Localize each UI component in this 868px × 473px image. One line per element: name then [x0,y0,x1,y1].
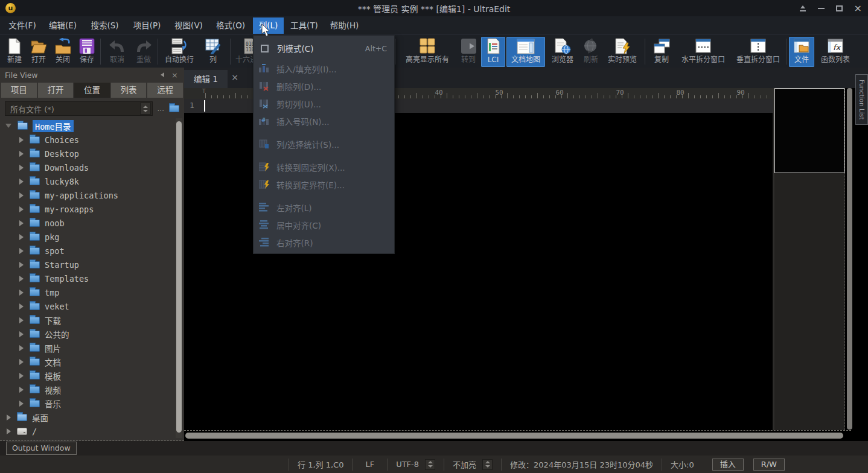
new-file-button[interactable]: 新建 [2,37,27,67]
tree-item[interactable]: my-roxapps [0,202,175,216]
sidebar-tab-ftp[interactable]: 远程 [147,83,183,98]
menu-item-align-left[interactable]: 左对齐(L) [254,198,394,216]
sidebar-tab-explorer[interactable]: 位置 [74,83,110,98]
close-file-button[interactable]: 关闭 [51,37,75,67]
filter-more-button[interactable]: ... [158,104,164,113]
tree-item[interactable]: 音乐 [0,396,175,410]
chevron-right-icon[interactable] [19,290,24,296]
tab-close-icon[interactable]: × [230,72,240,82]
refresh-button[interactable]: 刷新 [579,37,603,67]
menu-tools[interactable]: 工具(T) [287,17,322,34]
sidebar-tab-list[interactable]: 列表 [111,83,147,98]
document-map[interactable] [773,88,845,430]
menu-search[interactable]: 搜索(S) [89,17,121,34]
tree-item[interactable]: Desktop [0,147,175,160]
tree-item[interactable]: my-applications [0,188,175,202]
chevron-down-icon[interactable] [5,124,11,128]
panel-close-icon[interactable]: × [171,71,178,79]
tree-item-home[interactable]: Home目录 [0,119,175,133]
chevron-right-icon[interactable] [19,165,24,171]
chevron-right-icon[interactable] [19,151,24,157]
menu-item-convert-fixed-column[interactable]: 转换到固定列(X)... [254,158,394,176]
tree-item[interactable]: spot [0,244,175,258]
syntax-spinner[interactable] [482,459,493,470]
menu-item-align-center[interactable]: 居中对齐(C) [254,216,394,233]
menu-item-insert-fill-column[interactable]: 插入/填充列(I)... [254,60,394,77]
tree-item[interactable]: Startup [0,258,175,271]
minimize-icon[interactable] [818,8,825,9]
tree-item-root-drive[interactable]: / [0,424,175,438]
chevron-right-icon[interactable] [19,317,24,323]
chevron-right-icon[interactable] [19,248,24,254]
menu-format[interactable]: 格式(O) [213,17,248,34]
scrollbar-thumb[interactable] [176,121,182,433]
goto-button[interactable]: 转到 [457,37,480,67]
chevron-right-icon[interactable] [19,331,24,337]
maximize-icon[interactable] [836,5,843,11]
column-mode-button[interactable]: 列 [199,37,227,67]
menu-item-insert-number[interactable]: # 插入号码(N)... [254,112,394,130]
redo-button[interactable]: 重做 [131,37,156,67]
word-wrap-button[interactable]: 自动换行 [161,37,198,67]
sidebar-tab-project[interactable]: 项目 [1,83,37,98]
menu-item-cut-column[interactable]: 剪切列(U)... [254,95,394,112]
chevron-right-icon[interactable] [19,401,24,407]
chevron-right-icon[interactable] [19,179,24,185]
chevron-right-icon[interactable] [19,359,24,365]
tree-item[interactable]: noob [0,216,175,230]
tree-item[interactable]: Choices [0,133,175,147]
sidebar-tab-open[interactable]: 打开 [38,83,74,98]
split-horizontal-button[interactable]: 水平拆分窗口 [676,37,730,67]
tree-item[interactable]: tmp [0,285,175,299]
panel-collapse-icon[interactable] [161,72,164,77]
chevron-right-icon[interactable] [7,428,11,434]
tree-item[interactable]: 公共的 [0,327,175,341]
tree-item-desktop[interactable]: 桌面 [0,410,175,424]
menu-item-delete-column[interactable]: 删除列(D)... [254,77,394,95]
editor-tab[interactable]: 编辑 1 [184,70,228,88]
status-line-ending[interactable]: LF [352,459,387,471]
function-list-button[interactable]: fx 函数列表 [815,37,855,67]
menu-help[interactable]: 帮助(H) [328,17,361,34]
chevron-right-icon[interactable] [19,262,24,268]
live-preview-button[interactable]: 实时预览 [604,37,641,67]
lci-button[interactable]: LCI [481,37,505,67]
tree-item[interactable]: lucky8k [0,174,175,188]
status-read-write[interactable]: R/W [753,459,785,471]
chevron-right-icon[interactable] [19,276,24,282]
undo-button[interactable]: 取消 [104,37,130,67]
menu-item-column-stats[interactable]: 列/选择统计(S)... [254,135,394,153]
filter-spinner[interactable] [140,103,151,115]
browse-folder-icon[interactable] [169,105,179,112]
horizontal-scrollbar[interactable] [185,433,843,439]
open-file-button[interactable]: 打开 [27,37,51,67]
chevron-right-icon[interactable] [7,414,11,421]
menu-file[interactable]: 文件(F) [6,17,39,34]
tree-item[interactable]: Downloads [0,160,175,174]
tree-item[interactable]: 图片 [0,341,175,355]
tree-item[interactable]: pkg [0,230,175,244]
menu-edit[interactable]: 编辑(E) [46,17,80,34]
menu-item-column-mode[interactable]: 列模式(C) Alt+C [254,37,394,60]
chevron-right-icon[interactable] [19,387,24,393]
file-filter-select[interactable]: 所有文件 (*) [5,101,153,116]
vertical-scrollbar[interactable] [847,88,852,430]
menu-item-convert-delimiter[interactable]: 转换到定界符(E)... [254,176,394,193]
tree-item[interactable]: veket [0,299,175,313]
status-syntax[interactable]: 不加亮 [444,459,501,471]
highlight-all-button[interactable]: 高亮显示所有 [398,37,456,67]
chevron-right-icon[interactable] [19,137,24,143]
chevron-right-icon[interactable] [19,373,24,379]
chevron-right-icon[interactable] [19,192,24,198]
output-window-tab[interactable]: Output Window [6,442,77,455]
chevron-right-icon[interactable] [19,345,24,351]
browser-button[interactable]: 浏览器 [547,37,578,67]
status-insert-mode[interactable]: 插入 [712,459,744,471]
tree-item[interactable]: 模板 [0,369,175,383]
menu-project[interactable]: 项目(P) [130,17,164,34]
status-encoding[interactable]: UTF-8 [387,459,444,471]
save-file-button[interactable]: 保存 [75,37,99,67]
tree-item[interactable]: 视频 [0,383,175,396]
tree-item[interactable]: Templates [0,271,175,285]
chevron-right-icon[interactable] [19,234,24,240]
